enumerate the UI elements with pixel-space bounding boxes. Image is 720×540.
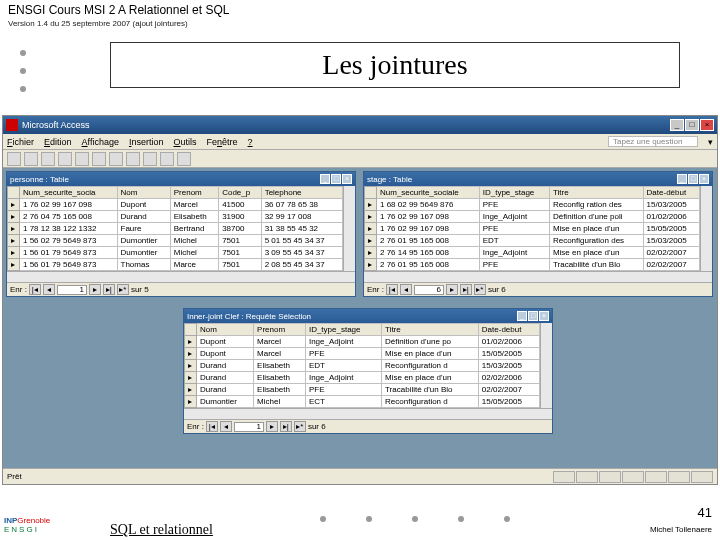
- table-row[interactable]: ▸1 78 12 38 122 1332FaureBertrand3870031…: [8, 223, 343, 235]
- col-header[interactable]: Code_p: [219, 187, 261, 199]
- vertical-scrollbar[interactable]: [343, 186, 355, 271]
- cell[interactable]: Durand: [197, 384, 254, 396]
- cell[interactable]: Elisabeth: [170, 211, 218, 223]
- menu-fenetre[interactable]: Fenêtre: [207, 137, 238, 147]
- cell[interactable]: 15/03/2005: [643, 199, 699, 211]
- cell[interactable]: 7501: [219, 235, 261, 247]
- toolbar-button[interactable]: [24, 152, 38, 166]
- menu-affichage[interactable]: Affichage: [82, 137, 119, 147]
- cell[interactable]: 02/02/2007: [643, 259, 699, 271]
- toolbar-button[interactable]: [109, 152, 123, 166]
- cell[interactable]: Tracabilité d'un Blo: [382, 384, 479, 396]
- cell[interactable]: 15/05/2005: [478, 348, 539, 360]
- cell[interactable]: Bertrand: [170, 223, 218, 235]
- cell[interactable]: 1 56 02 79 5649 873: [20, 235, 118, 247]
- table-row[interactable]: ▸2 76 14 95 165 008Inge_AdjointMise en p…: [365, 247, 700, 259]
- cell[interactable]: Michel: [254, 396, 306, 408]
- sub-close[interactable]: ×: [699, 174, 709, 184]
- cell[interactable]: Mise en place d'un: [549, 223, 643, 235]
- cell[interactable]: 1 56 01 79 5649 873: [20, 259, 118, 271]
- nav-prev[interactable]: ◂: [43, 284, 55, 295]
- menu-edition[interactable]: Edition: [44, 137, 72, 147]
- cell[interactable]: 1 76 02 99 167 098: [377, 223, 480, 235]
- cell[interactable]: Reconfiguration d: [382, 360, 479, 372]
- table-row[interactable]: ▸DupontMarcelPFEMise en place d'un15/05/…: [185, 348, 540, 360]
- cell[interactable]: 1 78 12 38 122 1332: [20, 223, 118, 235]
- cell[interactable]: Elisabeth: [254, 372, 306, 384]
- cell[interactable]: Mise en place d'un: [382, 372, 479, 384]
- cell[interactable]: 1 76 02 99 167 098: [377, 211, 480, 223]
- nav-next[interactable]: ▸: [266, 421, 278, 432]
- horizontal-scrollbar[interactable]: [7, 271, 355, 282]
- cell[interactable]: Mise en place d'un: [549, 247, 643, 259]
- cell[interactable]: Reconfig ration des: [549, 199, 643, 211]
- cell[interactable]: Dumontier: [117, 235, 170, 247]
- col-header[interactable]: Num_securite_sociale: [377, 187, 480, 199]
- table-row[interactable]: ▸2 76 04 75 165 008DurandElisabeth319003…: [8, 211, 343, 223]
- toolbar-button[interactable]: [177, 152, 191, 166]
- cell[interactable]: Elisabeth: [254, 360, 306, 372]
- cell[interactable]: 36 07 78 65 38: [261, 199, 342, 211]
- cell[interactable]: Michel: [170, 247, 218, 259]
- col-header[interactable]: Titre: [382, 324, 479, 336]
- cell[interactable]: 01/02/2006: [478, 336, 539, 348]
- table-row[interactable]: ▸1 76 02 99 167 098DupontMarcel4150036 0…: [8, 199, 343, 211]
- horizontal-scrollbar[interactable]: [364, 271, 712, 282]
- cell[interactable]: 38700: [219, 223, 261, 235]
- maximize-button[interactable]: □: [685, 119, 699, 131]
- minimize-button[interactable]: _: [670, 119, 684, 131]
- cell[interactable]: PFE: [479, 259, 549, 271]
- cell[interactable]: 32 99 17 008: [261, 211, 342, 223]
- nav-pos[interactable]: [414, 285, 444, 295]
- toolbar-button[interactable]: [92, 152, 106, 166]
- toolbar-button[interactable]: [75, 152, 89, 166]
- nav-pos[interactable]: [234, 422, 264, 432]
- nav-last[interactable]: ▸|: [280, 421, 292, 432]
- table-row[interactable]: ▸1 76 02 99 167 098PFEMise en place d'un…: [365, 223, 700, 235]
- cell[interactable]: 1 76 02 99 167 098: [20, 199, 118, 211]
- table-row[interactable]: ▸1 56 01 79 5649 873ThomasMarce75012 08 …: [8, 259, 343, 271]
- cell[interactable]: 15/05/2005: [478, 396, 539, 408]
- table-row[interactable]: ▸1 76 02 99 167 098Inge_AdjointDéfinitio…: [365, 211, 700, 223]
- nav-first[interactable]: |◂: [29, 284, 41, 295]
- toolbar-button[interactable]: [7, 152, 21, 166]
- toolbar-button[interactable]: [143, 152, 157, 166]
- cell[interactable]: Michel: [170, 235, 218, 247]
- menu-insertion[interactable]: Insertion: [129, 137, 164, 147]
- cell[interactable]: Définition d'une poli: [549, 211, 643, 223]
- cell[interactable]: Définition d'une po: [382, 336, 479, 348]
- col-header[interactable]: ID_type_stage: [305, 324, 381, 336]
- cell[interactable]: Dumontier: [117, 247, 170, 259]
- table-row[interactable]: ▸2 76 01 95 165 008EDTReconfiguration de…: [365, 235, 700, 247]
- toolbar-button[interactable]: [126, 152, 140, 166]
- cell[interactable]: 15/03/2005: [643, 235, 699, 247]
- cell[interactable]: Marcel: [254, 348, 306, 360]
- cell[interactable]: 2 76 01 95 165 008: [377, 259, 480, 271]
- cell[interactable]: 1 56 01 79 5649 873: [20, 247, 118, 259]
- menu-outils[interactable]: Outils: [173, 137, 196, 147]
- sub-min[interactable]: _: [320, 174, 330, 184]
- cell[interactable]: 3 09 55 45 34 37: [261, 247, 342, 259]
- close-button[interactable]: ×: [700, 119, 714, 131]
- cell[interactable]: 41500: [219, 199, 261, 211]
- table-row[interactable]: ▸DurandElisabethEDTReconfiguration d15/0…: [185, 360, 540, 372]
- cell[interactable]: 01/02/2006: [643, 211, 699, 223]
- table-row[interactable]: ▸DurandElisabethPFETracabilité d'un Blo0…: [185, 384, 540, 396]
- cell[interactable]: Inge_Adjoint: [305, 336, 381, 348]
- cell[interactable]: Durand: [197, 360, 254, 372]
- table-row[interactable]: ▸2 76 01 95 165 008PFETracabilité d'un B…: [365, 259, 700, 271]
- table-row[interactable]: ▸1 56 02 79 5649 873DumontierMichel75015…: [8, 235, 343, 247]
- nav-new[interactable]: ▸*: [117, 284, 129, 295]
- cell[interactable]: EDT: [479, 235, 549, 247]
- cell[interactable]: Marcel: [254, 336, 306, 348]
- toolbar-button[interactable]: [41, 152, 55, 166]
- cell[interactable]: Reconfiguration d: [382, 396, 479, 408]
- col-header[interactable]: Prenom: [254, 324, 306, 336]
- vertical-scrollbar[interactable]: [700, 186, 712, 271]
- nav-last[interactable]: ▸|: [103, 284, 115, 295]
- ask-question-box[interactable]: Tapez une question: [608, 136, 698, 147]
- col-header[interactable]: Prenom: [170, 187, 218, 199]
- cell[interactable]: Inge_Adjoint: [479, 247, 549, 259]
- cell[interactable]: 15/05/2005: [643, 223, 699, 235]
- cell[interactable]: 02/02/2006: [478, 372, 539, 384]
